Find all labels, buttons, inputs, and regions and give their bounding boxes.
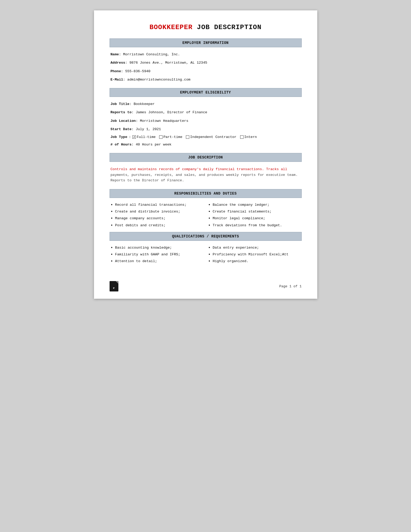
- list-item-text: Track deviations from the budget.: [213, 223, 282, 228]
- page-footer: e Page 1 of 1: [110, 281, 302, 291]
- start-date-value: July 1, 2021: [136, 127, 161, 131]
- list-item-text: Record all financial transactions;: [115, 203, 186, 208]
- job-location-value: Morristown Headquarters: [140, 119, 188, 123]
- page-title: BOOKKEEPER JOB DESCRIPTION: [110, 23, 302, 31]
- intern-option: Intern: [240, 135, 257, 139]
- doc-icon-letter: e: [113, 286, 115, 290]
- list-item: Data entry experience;: [208, 245, 301, 250]
- start-date-field: Start Date: July 1, 2021: [111, 127, 301, 132]
- list-item-text: Create financial statements;: [213, 209, 272, 214]
- job-description-header: JOB DESCRIPTION: [110, 153, 302, 162]
- employer-info-block: Name: Morristown Consulting, Inc. Addres…: [110, 52, 302, 82]
- reports-to-label: Reports to: [111, 110, 132, 114]
- list-item: Highly organized.: [208, 259, 301, 264]
- reports-to-field: Reports to: James Johnson, Director of F…: [111, 110, 301, 115]
- job-type-label: Job Type: [111, 135, 127, 139]
- qualifications-list: Basic accounting knowledge; Familiarity …: [110, 245, 302, 266]
- list-item-text: Create and distribute invoices;: [115, 209, 180, 214]
- document-page: BOOKKEEPER JOB DESCRIPTION EMPLOYER INFO…: [94, 10, 317, 299]
- contractor-checkbox: [186, 135, 189, 139]
- name-colon: :: [119, 52, 123, 56]
- contractor-option: Independent Contractor: [186, 135, 236, 139]
- list-item-text: Data entry experience;: [213, 245, 259, 250]
- job-title-field: Job Title: Bookkeeper: [111, 102, 301, 107]
- phone-colon: :: [121, 69, 125, 73]
- list-item: Manage company accounts;: [111, 216, 203, 221]
- name-field: Name: Morristown Consulting, Inc.: [111, 52, 301, 57]
- fulltime-label: Full-time: [137, 135, 156, 139]
- reports-to-value: James Johnson, Director of Finance: [136, 110, 207, 114]
- parttime-checkbox: [159, 135, 163, 139]
- job-type-field: Job Type: ✗ Full-time Part-time Independ…: [111, 135, 301, 139]
- list-item: Familiarity with GAAP and IFRS;: [111, 252, 203, 257]
- list-item: Proficiency with Microsoft Excel;Att: [208, 252, 301, 257]
- list-item: Post debits and credits;: [111, 223, 203, 228]
- hours-value: 40 Hours per week: [136, 143, 172, 147]
- job-title-label: Job Title: [111, 102, 130, 106]
- total-pages: 1: [300, 284, 302, 288]
- employment-eligibility-block: Job Title: Bookkeeper Reports to: James …: [110, 102, 302, 147]
- fulltime-option: ✗ Full-time: [132, 135, 156, 139]
- list-item: Monitor legal compliance;: [208, 216, 301, 221]
- contractor-label: Independent Contractor: [190, 135, 236, 139]
- employer-info-header: EMPLOYER INFORMATION: [110, 38, 302, 47]
- address-value: 9876 Jones Ave., Morristown, AL 12345: [129, 61, 207, 65]
- parttime-label: Part-time: [163, 135, 182, 139]
- list-item-text: Manage company accounts;: [115, 216, 165, 221]
- job-desc-normal-text: payments, purchases, receipts, and sales…: [111, 173, 298, 183]
- list-item: Create financial statements;: [208, 209, 301, 214]
- list-item: Record all financial transactions;: [111, 203, 203, 208]
- job-location-label: Job Location: [111, 119, 136, 123]
- title-black-part: JOB DESCRIPTION: [193, 23, 262, 31]
- start-date-label: Start Date: [111, 127, 132, 131]
- email-label: E-Mail: [111, 78, 123, 82]
- list-item-text: Familiarity with GAAP and IFRS;: [115, 252, 180, 257]
- phone-value: 555-836-5940: [125, 69, 150, 73]
- list-item: Create and distribute invoices;: [111, 209, 203, 214]
- job-location-field: Job Location: Morristown Headquarters: [111, 118, 301, 124]
- intern-label: Intern: [244, 135, 257, 139]
- list-item: Track deviations from the budget.: [208, 223, 301, 228]
- email-colon: :: [123, 78, 127, 82]
- qualifications-right-list: Data entry experience; Proficiency with …: [208, 245, 301, 266]
- address-label: Address: [111, 61, 125, 65]
- list-item: Attention to detail;: [111, 259, 203, 264]
- responsibilities-header: RESPONSIBILITIES AND DUTIES: [110, 189, 302, 198]
- page-number: 1: [289, 284, 292, 288]
- doc-icon-body: e: [110, 281, 118, 291]
- qualifications-header: QUALIFICATIONS / REQUIREMENTS: [110, 232, 302, 241]
- phone-field: Phone: 555-836-5940: [111, 69, 301, 74]
- list-item-text: Balance the company ledger;: [213, 203, 269, 208]
- job-desc-red-text: Controls and maintains records of compan…: [111, 167, 287, 171]
- email-field: E-Mail: admin@morristownconsulting.com: [111, 77, 301, 82]
- hours-label: # of Hours: [111, 143, 132, 147]
- fulltime-checkbox: ✗: [132, 135, 136, 139]
- page-number-text: Page 1 of 1: [279, 284, 302, 288]
- responsibilities-right-list: Balance the company ledger; Create finan…: [208, 203, 301, 230]
- job-description-body: Controls and maintains records of compan…: [110, 167, 302, 183]
- page-label: Page: [279, 284, 287, 288]
- address-field: Address: 9876 Jones Ave., Morristown, AL…: [111, 60, 301, 65]
- document-icon: e: [110, 281, 118, 291]
- name-value: Morristown Consulting, Inc.: [123, 52, 180, 56]
- list-item-text: Highly organized.: [213, 259, 248, 264]
- address-colon: :: [125, 61, 129, 65]
- list-item-text: Attention to detail;: [115, 259, 157, 264]
- list-item-text: Monitor legal compliance;: [213, 216, 265, 221]
- responsibilities-list: Record all financial transactions; Creat…: [110, 203, 302, 230]
- list-item-text: Proficiency with Microsoft Excel;Att: [213, 252, 288, 257]
- hours-field: # of Hours: 40 Hours per week: [111, 142, 301, 147]
- parttime-option: Part-time: [159, 135, 182, 139]
- name-label: Name: [111, 52, 119, 56]
- list-item-text: Post debits and credits;: [115, 223, 165, 228]
- intern-checkbox: [240, 135, 244, 139]
- phone-label: Phone: [111, 69, 121, 73]
- title-red-part: BOOKKEEPER: [150, 23, 193, 31]
- email-value: admin@morristownconsulting.com: [127, 78, 190, 82]
- responsibilities-left-list: Record all financial transactions; Creat…: [111, 203, 203, 230]
- of-label: of: [293, 284, 298, 288]
- employment-eligibility-header: EMPLOYMENT ELIGIBILITY: [110, 88, 302, 97]
- list-item: Balance the company ledger;: [208, 203, 301, 208]
- list-item: Basic accounting knowledge;: [111, 245, 203, 250]
- job-title-value: Bookkeeper: [134, 102, 155, 106]
